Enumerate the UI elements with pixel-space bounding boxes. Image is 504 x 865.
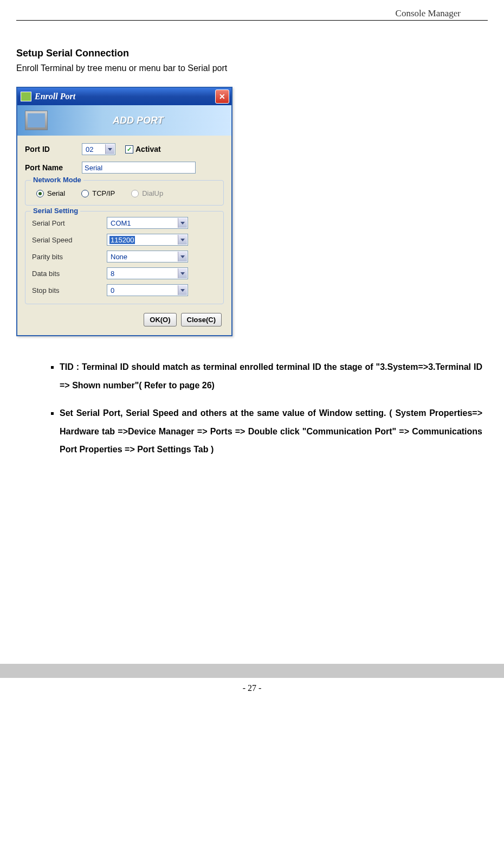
stop-bits-label: Stop bits (32, 286, 102, 294)
parity-select[interactable]: None (107, 251, 188, 262)
chevron-down-icon (178, 218, 187, 228)
chevron-down-icon (178, 285, 187, 295)
parity-label: Parity bits (32, 253, 102, 261)
radio-tcpip-label: TCP/IP (92, 189, 115, 197)
enroll-port-dialog: Enroll Port ✕ ADD PORT Port ID 02 ✓ Acti… (16, 87, 232, 336)
stop-bits-select[interactable]: 0 (107, 284, 188, 296)
radio-serial-label: Serial (47, 189, 65, 197)
ok-button[interactable]: OK(O) (144, 313, 176, 326)
radio-dialup-label: DialUp (142, 189, 163, 197)
activat-checkbox[interactable]: ✓ (125, 145, 133, 153)
radio-tcpip[interactable]: TCP/IP (81, 189, 115, 197)
serial-port-select[interactable]: COM1 (107, 217, 188, 229)
portid-value: 02 (85, 145, 93, 153)
section-desc: Enroll Terminal by tree menu or menu bar… (16, 63, 488, 73)
radio-dialup: DialUp (131, 189, 163, 197)
header-title: Console Manager (396, 8, 461, 18)
monitor-icon (25, 111, 48, 130)
portid-select[interactable]: 02 (82, 143, 115, 155)
serial-speed-label: Serial Speed (32, 236, 102, 244)
activat-label: Activat (135, 145, 161, 153)
chevron-down-icon (105, 144, 114, 154)
window-icon (21, 92, 31, 101)
data-bits-value: 8 (109, 270, 114, 278)
serial-speed-value: 115200 (109, 236, 135, 244)
footer-bar (0, 664, 504, 678)
data-bits-select[interactable]: 8 (107, 267, 188, 279)
chevron-down-icon (178, 268, 187, 278)
stop-bits-value: 0 (109, 286, 114, 294)
data-bits-label: Data bits (32, 270, 102, 278)
portname-label: Port Name (25, 163, 76, 172)
serial-setting-group: Serial Setting Serial Port COM1 Serial S… (25, 211, 224, 304)
page-header: Console Manager (16, 0, 488, 21)
serial-legend: Serial Setting (31, 207, 80, 215)
chevron-down-icon (178, 235, 187, 245)
note-serial-settings: Set Serial Port, Serial Speed and others… (60, 404, 482, 459)
note-tid: TID : Terminal ID should match as termin… (60, 358, 482, 394)
banner-text: ADD PORT (113, 115, 164, 126)
portid-label: Port ID (25, 145, 76, 153)
titlebar: Enroll Port ✕ (17, 88, 231, 105)
network-mode-group: Network Mode Serial TCP/IP DialUp (25, 180, 224, 206)
chevron-down-icon (178, 252, 187, 261)
section-title: Setup Serial Connection (16, 48, 488, 59)
window-title: Enroll Port (35, 92, 75, 101)
serial-speed-select[interactable]: 115200 (107, 234, 188, 246)
network-legend: Network Mode (31, 176, 83, 184)
close-icon[interactable]: ✕ (215, 89, 229, 104)
page-number: - 27 - (0, 678, 504, 699)
portname-input[interactable] (82, 162, 196, 174)
notes-list: TID : Terminal ID should match as termin… (38, 358, 482, 459)
banner: ADD PORT (17, 105, 231, 136)
serial-port-value: COM1 (109, 219, 131, 227)
parity-value: None (109, 253, 127, 261)
radio-serial[interactable]: Serial (36, 189, 65, 197)
serial-port-label: Serial Port (32, 219, 102, 227)
close-button[interactable]: Close(C) (181, 313, 222, 326)
